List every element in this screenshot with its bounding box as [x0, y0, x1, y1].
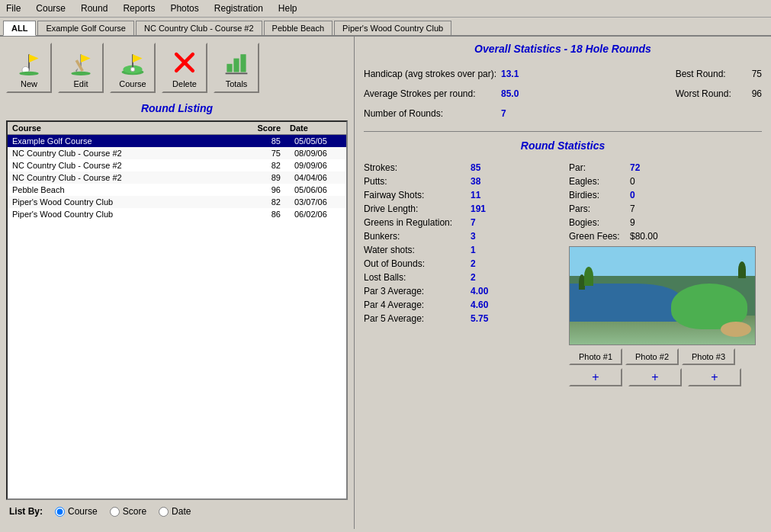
table-row[interactable]: Piper's Wood Country Club 82 03/07/06: [8, 196, 346, 208]
round-stats-body: Strokes: 85 Putts: 38 Fairway Shots: 11 …: [364, 161, 762, 386]
svg-point-6: [71, 72, 90, 75]
new-golf-icon: [15, 49, 43, 76]
row-course: Pebble Beach: [8, 184, 239, 196]
radio-course[interactable]: Course: [55, 506, 98, 517]
menu-file[interactable]: File: [3, 2, 24, 15]
tab-example[interactable]: Example Golf Course: [37, 21, 134, 35]
add-photo2-button[interactable]: +: [628, 368, 682, 386]
main-content: New Edit: [0, 37, 771, 529]
radio-score[interactable]: Score: [110, 506, 146, 517]
right-panel: Overall Statistics - 18 Hole Rounds Hand…: [355, 37, 771, 529]
overall-stats-grid: Handicap (avg strokes over par): 13.1 Be…: [364, 64, 762, 123]
menu-bar: File Course Round Reports Photos Registr…: [0, 0, 771, 18]
row-course: NC Country Club - Course #2: [8, 171, 239, 184]
best-round-value: 75: [752, 69, 762, 79]
bunkers-row: Bunkers: 3: [364, 229, 557, 243]
svg-marker-12: [133, 54, 143, 62]
row-score: 82: [239, 196, 285, 208]
handicap-value: 13.1: [501, 69, 539, 79]
table-row[interactable]: NC Country Club - Course #2 75 08/09/06: [8, 147, 346, 159]
svg-rect-16: [226, 64, 232, 72]
table-row[interactable]: NC Country Club - Course #2 82 09/09/06: [8, 159, 346, 171]
bogies-row: Bogies: 9: [569, 216, 762, 229]
tab-pipers[interactable]: Piper's Wood Country Club: [334, 21, 451, 35]
num-rounds-row: Number of Rounds: 7: [364, 106, 539, 121]
new-label: New: [21, 79, 37, 88]
course-icon: [117, 47, 148, 78]
row-date: 05/06/06: [285, 184, 346, 196]
par5-row: Par 5 Average: 5.75: [364, 312, 557, 325]
photo3-button[interactable]: Photo #3: [682, 348, 735, 365]
radio-date[interactable]: Date: [159, 506, 191, 517]
menu-help[interactable]: Help: [275, 2, 300, 15]
avg-strokes-label: Average Strokes per round:: [364, 88, 501, 99]
photo-tree2: [584, 267, 593, 286]
tab-all[interactable]: ALL: [3, 21, 36, 36]
tab-nc-country[interactable]: NC Country Club - Course #2: [136, 21, 262, 35]
num-rounds-label: Number of Rounds:: [364, 108, 501, 119]
lost-row: Lost Balls: 2: [364, 271, 557, 284]
avg-strokes-value: 85.0: [501, 88, 539, 99]
photo2-button[interactable]: Photo #2: [625, 348, 679, 365]
totals-button[interactable]: Totals: [214, 43, 259, 93]
add-buttons-row: + + +: [569, 368, 762, 386]
totals-label: Totals: [226, 79, 248, 88]
svg-rect-17: [233, 59, 239, 72]
edit-button[interactable]: Edit: [58, 43, 104, 93]
photo1-button[interactable]: Photo #1: [569, 348, 622, 365]
tab-pebble[interactable]: Pebble Beach: [264, 21, 333, 35]
course-button[interactable]: Course: [110, 43, 156, 93]
rounds-table: Course Score Date Example Golf Course 85…: [8, 122, 346, 220]
row-score: 85: [239, 135, 285, 148]
menu-registration[interactable]: Registration: [211, 2, 266, 15]
strokes-row: Strokes: 85: [364, 161, 557, 175]
table-header-row: Course Score Date: [8, 122, 346, 135]
svg-point-13: [130, 67, 134, 71]
menu-course[interactable]: Course: [33, 2, 69, 15]
delete-label: Delete: [172, 79, 197, 88]
rounds-table-container: Course Score Date Example Golf Course 85…: [6, 120, 348, 500]
divider: [364, 131, 762, 132]
new-button[interactable]: New: [6, 43, 52, 93]
row-score: 86: [239, 208, 285, 220]
svg-point-3: [19, 72, 38, 75]
row-score: 75: [239, 147, 285, 159]
row-date: 08/09/06: [285, 147, 346, 159]
oob-row: Out of Bounds: 2: [364, 257, 557, 271]
table-row[interactable]: Piper's Wood Country Club 86 06/02/06: [8, 208, 346, 220]
col-score: Score: [239, 122, 285, 135]
menu-round[interactable]: Round: [78, 2, 111, 15]
par-row: Par: 72: [569, 161, 762, 175]
edit-label: Edit: [74, 79, 88, 88]
add-photo3-button[interactable]: +: [688, 368, 741, 386]
round-stats-title: Round Statistics: [364, 139, 762, 152]
round-stats-right: Par: 72 Eagles: 0 Birdies: 0 Pars: 7 Bog…: [569, 161, 762, 386]
row-course: Example Golf Course: [8, 135, 239, 148]
course-label: Course: [119, 79, 146, 88]
table-row[interactable]: Pebble Beach 96 05/06/06: [8, 184, 346, 196]
svg-marker-8: [75, 68, 79, 72]
birdies-row: Birdies: 0: [569, 188, 762, 202]
overall-stats-title: Overall Statistics - 18 Hole Rounds: [364, 43, 762, 55]
round-listing-title: Round Listing: [6, 102, 348, 114]
menu-photos[interactable]: Photos: [167, 2, 201, 15]
best-round-label: Best Round:: [676, 69, 752, 79]
delete-button[interactable]: Delete: [162, 43, 207, 93]
table-row[interactable]: NC Country Club - Course #2 89 04/04/06: [8, 171, 346, 184]
add-photo1-button[interactable]: +: [569, 368, 622, 386]
row-course: NC Country Club - Course #2: [8, 159, 239, 171]
num-rounds-value: 7: [501, 108, 539, 119]
toolbar: New Edit: [6, 43, 348, 93]
edit-icon: [66, 47, 96, 78]
new-icon: [14, 47, 44, 78]
photo-buttons-row: Photo #1 Photo #2 Photo #3: [569, 348, 762, 365]
row-date: 03/07/06: [285, 196, 346, 208]
photo-water: [570, 284, 681, 322]
totals-chart-icon: [223, 49, 250, 76]
par4-row: Par 4 Average: 4.60: [364, 298, 557, 312]
photo-area: Photo #1 Photo #2 Photo #3 + + +: [569, 246, 762, 386]
edit-pencil-icon: [67, 49, 95, 76]
menu-reports[interactable]: Reports: [120, 2, 158, 15]
table-row[interactable]: Example Golf Course 85 05/05/05: [8, 135, 346, 148]
row-score: 89: [239, 171, 285, 184]
